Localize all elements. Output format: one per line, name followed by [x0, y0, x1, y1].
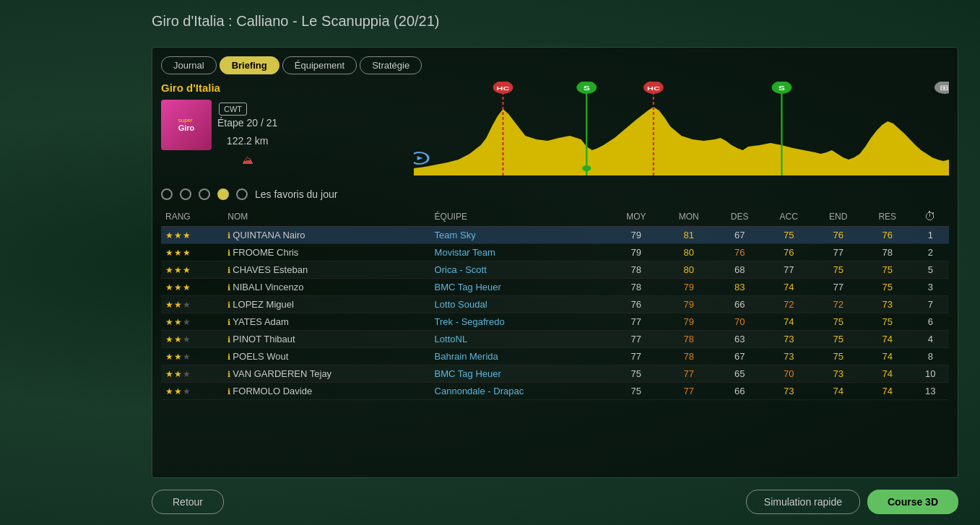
right-buttons: Simulation rapide Course 3D [746, 490, 958, 514]
cell-moy: 79 [610, 227, 662, 244]
cell-moy: 78 [610, 261, 662, 279]
filter-radio-5[interactable] [236, 188, 248, 200]
col-time: ⏱ [911, 207, 949, 227]
table-row[interactable]: ★★★ ℹFROOME Chris Movistar Team 79 80 76… [161, 244, 949, 261]
cell-acc: 77 [764, 261, 814, 279]
cell-des: 67 [715, 348, 763, 365]
col-acc: ACC [764, 207, 814, 227]
cell-rang: ★★★ [161, 296, 223, 313]
cell-end: 77 [813, 279, 863, 296]
col-nom: NOM [223, 207, 430, 227]
tab-equipement[interactable]: Équipement [282, 56, 357, 74]
cell-rank: 5 [911, 261, 949, 279]
table-row[interactable]: ★★★ ℹLOPEZ Miguel Lotto Soudal 76 79 66 … [161, 296, 949, 313]
cell-end: 73 [813, 365, 863, 383]
race-name: Giro d'Italia [161, 82, 407, 94]
cell-res: 74 [863, 348, 911, 365]
cell-team: Movistar Team [430, 244, 610, 261]
cell-rank: 2 [911, 244, 949, 261]
cell-team: Cannondale - Drapac [430, 383, 610, 400]
table-row[interactable]: ★★★ ℹNIBALI Vincenzo BMC Tag Heuer 78 79… [161, 279, 949, 296]
cell-team: Orica - Scott [430, 261, 610, 279]
cell-end: 75 [813, 313, 863, 331]
bottom-bar: Retour Simulation rapide Course 3D [152, 490, 958, 514]
cell-des: 68 [715, 261, 763, 279]
table-row[interactable]: ★★★ ℹVAN GARDEREN Tejay BMC Tag Heuer 75… [161, 365, 949, 383]
cell-team: Lotto Soudal [430, 296, 610, 313]
cell-moy: 75 [610, 365, 662, 383]
cell-name: ℹNIBALI Vincenzo [223, 279, 430, 296]
cell-rank: 10 [911, 365, 949, 383]
svg-text:S: S [584, 84, 590, 92]
cell-moy: 77 [610, 331, 662, 348]
filter-radio-3[interactable] [199, 188, 210, 200]
col-rang: RANG [161, 207, 223, 227]
retour-button[interactable]: Retour [152, 490, 224, 514]
col-des: DES [715, 207, 763, 227]
cell-end: 77 [813, 244, 863, 261]
table-row[interactable]: ★★★ ℹQUINTANA Nairo Team Sky 79 81 67 75… [161, 227, 949, 244]
table-row[interactable]: ★★★ ℹPOELS Wout Bahrain Merida 77 78 67 … [161, 348, 949, 365]
cell-name: ℹFROOME Chris [223, 244, 430, 261]
cell-moy: 76 [610, 296, 662, 313]
cell-mon: 81 [662, 227, 715, 244]
table-header-row: RANG NOM ÉQUIPE MOY MON DES ACC END RES … [161, 207, 949, 227]
cell-rank: 6 [911, 313, 949, 331]
cell-team: Team Sky [430, 227, 610, 244]
cwt-badge: CWT [219, 103, 247, 116]
cell-name: ℹCHAVES Esteban [223, 261, 430, 279]
col-end: END [813, 207, 863, 227]
cell-rang: ★★★ [161, 383, 223, 400]
cell-des: 70 [715, 313, 763, 331]
elevation-svg: HC S HC S ⊞ [414, 82, 949, 175]
cell-rank: 7 [911, 296, 949, 313]
cell-rang: ★★★ [161, 313, 223, 331]
cell-end: 75 [813, 261, 863, 279]
filter-radio-1[interactable] [161, 188, 173, 200]
cell-res: 78 [863, 244, 911, 261]
cell-acc: 75 [764, 227, 814, 244]
cell-acc: 74 [764, 313, 814, 331]
cell-rank: 1 [911, 227, 949, 244]
cell-mon: 79 [662, 279, 715, 296]
filter-row: Les favoris du jour [161, 188, 949, 200]
filter-radio-4[interactable] [217, 188, 229, 200]
favorites-section: Les favoris du jour RANG NOM ÉQUIPE MOY … [152, 186, 958, 403]
table-row[interactable]: ★★★ ℹCHAVES Esteban Orica - Scott 78 80 … [161, 261, 949, 279]
cell-acc: 70 [764, 365, 814, 383]
filter-radio-2[interactable] [180, 188, 191, 200]
cell-mon: 77 [662, 383, 715, 400]
cell-moy: 79 [610, 244, 662, 261]
tab-strategie[interactable]: Stratégie [360, 56, 422, 74]
table-row[interactable]: ★★★ ℹYATES Adam Trek - Segafredo 77 79 7… [161, 313, 949, 331]
cell-end: 75 [813, 331, 863, 348]
tab-briefing[interactable]: Briefing [220, 56, 279, 74]
cell-moy: 78 [610, 279, 662, 296]
cell-end: 74 [813, 383, 863, 400]
table-row[interactable]: ★★★ ℹFORMOLO Davide Cannondale - Drapac … [161, 383, 949, 400]
cell-name: ℹPINOT Thibaut [223, 331, 430, 348]
stage-number: Étape 20 / 21 [217, 114, 277, 132]
content-area: Giro d'Italia super Giro CWT Étape 20 / … [152, 74, 958, 186]
tab-journal[interactable]: Journal [161, 56, 217, 74]
cell-des: 65 [715, 365, 763, 383]
cell-rank: 8 [911, 348, 949, 365]
course-button[interactable]: Course 3D [867, 490, 958, 514]
svg-text:⊞: ⊞ [940, 84, 949, 92]
cell-res: 75 [863, 261, 911, 279]
cell-res: 74 [863, 365, 911, 383]
cell-rang: ★★★ [161, 331, 223, 348]
cell-mon: 79 [662, 296, 715, 313]
col-equipe: ÉQUIPE [430, 207, 610, 227]
race-logo-content: super Giro [178, 117, 195, 133]
table-row[interactable]: ★★★ ℹPINOT Thibaut LottoNL 77 78 63 73 7… [161, 331, 949, 348]
cell-acc: 72 [764, 296, 814, 313]
cell-name: ℹLOPEZ Miguel [223, 296, 430, 313]
cell-moy: 77 [610, 348, 662, 365]
cell-rank: 3 [911, 279, 949, 296]
simulation-button[interactable]: Simulation rapide [746, 490, 860, 514]
main-panel: Journal Briefing Équipement Stratégie Gi… [152, 47, 958, 478]
cell-moy: 75 [610, 383, 662, 400]
stage-distance: 122.2 km [217, 132, 277, 150]
cell-rang: ★★★ [161, 279, 223, 296]
